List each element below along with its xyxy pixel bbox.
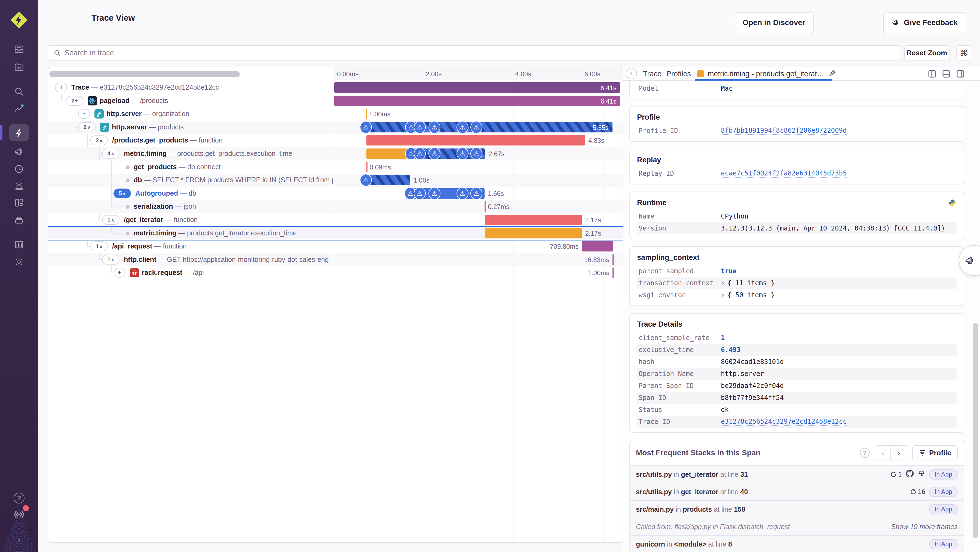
value-text[interactable]: { 11 items } [727,279,775,287]
expand-badge[interactable]: 1∧ [91,241,108,251]
show-more-frames-link[interactable]: Show 19 more frames [891,523,958,531]
stack-frame-row[interactable]: src/main.py in products at line 158In Ap… [630,500,964,518]
span-row[interactable]: get_products — db.connect0.09ms [48,161,623,174]
sidebar-item-help[interactable]: ? [0,490,38,506]
expand-badge[interactable]: 2∧ [91,136,108,145]
give-feedback-button[interactable]: Give Feedback [883,12,966,33]
span-row[interactable]: 5∨Autogrouped — db⚠⚠⚠⚠⚠1.66s [48,187,623,200]
warning-icon[interactable]: ⚠ [414,147,426,160]
value-link[interactable]: ecae7c51f0024f2fa82e6314045d73b5 [721,169,846,178]
span-row[interactable]: +rack.request — /api1.00ms [48,266,623,279]
warning-icon[interactable]: ⚠ [470,121,482,134]
page-scrollbar-thumb[interactable] [973,323,978,538]
sidebar-item-projects[interactable] [0,59,38,75]
sidebar-item-alerts[interactable] [0,178,38,194]
warning-icon[interactable]: ⚠ [428,187,441,200]
reset-zoom-button[interactable]: Reset Zoom [904,45,950,61]
warning-icon[interactable]: ⚠ [470,187,482,200]
span-tick[interactable] [366,162,368,172]
span-row[interactable]: 1∧/get_iterator — function2.17s [48,213,623,227]
shortcuts-button[interactable]: ⌘ [956,45,971,61]
expand-badge[interactable]: 1∧ [102,215,119,225]
sidebar-item-stats[interactable] [0,212,38,228]
expand-badge[interactable]: 4∧ [102,149,119,159]
span-row[interactable]: +http.server — organization1.00ms [48,107,623,121]
span-tick[interactable] [366,109,367,119]
layout-drawer-bottom-icon[interactable] [942,70,951,78]
warning-icon[interactable]: ⚠ [360,121,372,134]
profile-button[interactable]: Profile [912,445,958,461]
sidebar-item-replays[interactable] [0,161,38,177]
stack-frame-row[interactable]: gunicorn in <module> at line 8In App [630,535,964,552]
span-row[interactable]: db — SELECT * FROM products WHERE id IN … [48,174,623,187]
warning-icon[interactable]: ⚠ [428,147,441,160]
help-icon[interactable]: ? [860,448,870,458]
sidebar-item-performance[interactable] [0,125,38,141]
sidebar-item-whats-new[interactable] [0,507,38,523]
span-row[interactable]: 1Trace — e31278c256524c3297e2cd12458e12c… [48,81,623,94]
expand-badge[interactable]: 5∨ [113,188,131,198]
span-bar[interactable] [366,148,407,159]
span-row-selected[interactable]: metric.timing — products.get_iterator.ex… [48,227,623,240]
next-stack-button[interactable]: › [891,446,907,460]
stack-frame-row[interactable]: src/utils.py in get_iterator at line 401… [630,483,964,500]
span-bar[interactable] [485,215,582,225]
expand-panel-button[interactable]: › [625,68,637,79]
expand-badge[interactable]: + [113,268,126,278]
sidebar-collapse-button[interactable]: › [0,532,38,547]
tree-scrollbar-track[interactable] [48,67,334,80]
search-input[interactable]: Search in trace [48,45,900,61]
span-row[interactable]: 4∧metric.timing — products.get_products.… [48,147,623,161]
span-tick[interactable] [485,201,486,212]
warning-icon[interactable]: ⚠ [457,187,468,200]
span-row[interactable]: 2∧/products.get_products — function4.83s [48,134,623,147]
coverage-icon[interactable] [918,470,925,479]
tab-active-span[interactable]: metric.timing - products.get_iterat… [695,67,838,80]
tab-trace[interactable]: Trace [643,67,662,80]
span-bar[interactable] [366,135,585,145]
expand-badge[interactable]: 2∨ [78,122,95,132]
warning-icon[interactable]: ⚠ [414,187,426,200]
span-tick[interactable] [612,254,614,265]
warning-icon[interactable]: ⚠ [414,121,426,134]
value-link[interactable]: 8fb7bb1891994f8c862f206e8722009d [721,127,846,135]
layout-sidebar-left-icon[interactable] [928,70,937,78]
layout-sidebar-right-icon[interactable] [956,70,965,78]
sidebar-item-search[interactable] [0,83,38,100]
span-bar[interactable] [582,241,613,252]
warning-icon[interactable]: ⚠ [360,174,372,187]
span-tick[interactable] [612,268,614,278]
span-bar[interactable] [334,96,620,106]
tab-profiles[interactable]: Profiles [667,67,691,80]
span-row[interactable]: 2+pageload — /products6.41s [48,94,623,108]
prev-stack-button[interactable]: ‹ [875,446,891,460]
span-row[interactable]: 2∨http.server — products⚠⚠⚠⚠⚠⚠5.55s [48,121,623,134]
expand-badge[interactable]: 2+ [66,96,83,106]
warning-icon[interactable]: ⚠ [457,121,468,134]
warning-icon[interactable]: ⚠ [457,147,468,160]
stack-frame-row[interactable]: Called from: flask/app.py in Flask.dispa… [630,518,964,535]
sidebar-item-dashboards[interactable] [0,195,38,211]
github-icon[interactable] [906,469,914,479]
expand-badge[interactable]: + [78,109,90,119]
span-row[interactable]: 1∧/api_request — function709.80ms [48,240,623,253]
pin-tab-icon[interactable] [828,69,836,78]
sidebar-item-insights[interactable] [0,100,38,116]
sidebar-item-settings[interactable] [0,254,38,270]
warning-icon[interactable]: ⚠ [470,147,482,160]
sentry-logo-icon[interactable] [10,11,28,29]
span-bar[interactable] [485,228,582,238]
warning-icon[interactable]: ⚠ [428,121,441,134]
sidebar-item-reports[interactable] [0,236,38,253]
stack-frame-row[interactable]: src/utils.py in get_iterator at line 311… [630,465,964,483]
value-text[interactable]: { 50 items } [727,291,775,299]
timeline-ruler[interactable]: 0.00ms2.00s4.00s6.00s [334,67,623,80]
span-bar[interactable] [334,82,620,93]
sidebar-item-issues[interactable] [0,41,38,57]
sidebar-item-feedback[interactable] [0,144,38,160]
span-row[interactable]: serialization — json0.27ms [48,200,623,213]
expand-badge[interactable]: 1 [55,83,67,93]
span-bar[interactable] [362,122,612,132]
span-row[interactable]: 1∧http.client — GET https://application-… [48,253,623,266]
value-link[interactable]: e31278c256524c3297e2cd12458e12cc [721,418,846,426]
